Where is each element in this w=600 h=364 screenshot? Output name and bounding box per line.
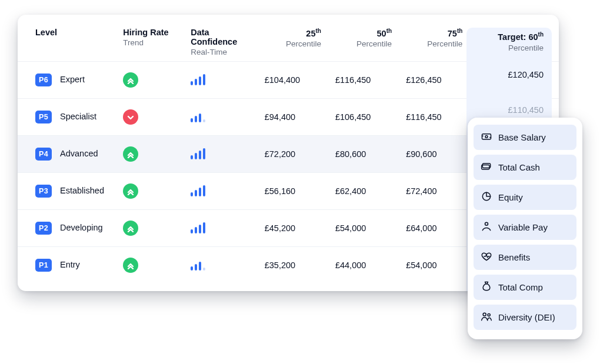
confidence-bars-icon [191, 185, 205, 196]
equity-icon [481, 191, 492, 204]
confidence-bars-icon [191, 111, 205, 122]
col-confidence-sublabel: Real-Time [191, 48, 250, 56]
col-level-label: Level [35, 28, 57, 37]
svg-point-6 [483, 313, 486, 316]
comp-type-label: Benefits [498, 252, 530, 262]
col-level: Level [18, 28, 116, 62]
comp-type-pill[interactable]: Variable Pay [474, 215, 576, 240]
confidence-bars-icon [191, 148, 205, 159]
p25-value: £94,400 [258, 99, 328, 136]
p75-value: £116,450 [399, 99, 469, 136]
p50-value: £62,400 [328, 173, 399, 210]
level-badge: P4 [35, 148, 52, 161]
level-badge: P6 [35, 74, 52, 86]
comp-type-pill[interactable]: Benefits [474, 245, 576, 270]
col-p75: 75th Percentile [399, 28, 469, 62]
p75-value: £72,400 [399, 173, 469, 210]
comp-type-pill[interactable]: Diversity (DEI) [474, 305, 576, 330]
level-badge: P5 [35, 111, 52, 123]
total-comp-icon [481, 280, 492, 294]
benefits-icon [481, 251, 492, 264]
svg-point-1 [485, 136, 488, 138]
comp-type-label: Equity [498, 192, 523, 202]
level-label: Developing [60, 223, 103, 232]
col-hiring-label: Hiring Rate [123, 28, 168, 37]
level-label: Specialist [60, 112, 96, 121]
p25-value: £45,200 [258, 210, 328, 247]
level-badge: P2 [35, 222, 52, 235]
p50-value: £106,450 [328, 99, 399, 136]
total-cash-icon [481, 161, 492, 174]
trend-up-icon [123, 72, 138, 88]
comp-type-pill[interactable]: Base Salary [474, 125, 576, 150]
confidence-bars-icon [191, 74, 205, 85]
p50-value: £80,600 [328, 136, 399, 173]
confidence-bars-icon [191, 259, 205, 271]
trend-up-icon [123, 258, 138, 273]
p75-value: £64,000 [399, 210, 469, 247]
base-salary-icon [481, 131, 492, 144]
comp-type-label: Diversity (DEI) [498, 312, 555, 322]
col-hiring-sublabel: Trend [123, 38, 176, 47]
col-confidence: Data Confidence Real-Time [184, 28, 257, 62]
p25-value: £35,200 [258, 247, 328, 284]
diversity-icon [481, 310, 492, 324]
p75-value: £90,600 [399, 136, 469, 173]
col-confidence-label: Data Confidence [191, 28, 237, 46]
svg-point-5 [485, 222, 488, 225]
trend-down-icon [123, 109, 138, 125]
comp-type-label: Base Salary [498, 132, 546, 142]
p75-value: £126,450 [399, 62, 469, 99]
trend-up-icon [123, 221, 138, 236]
col-hiring-rate: Hiring Rate Trend [116, 28, 184, 62]
col-p50: 50th Percentile [328, 28, 399, 62]
compensation-type-panel: Base SalaryTotal CashEquityVariable PayB… [468, 118, 582, 339]
comp-type-pill[interactable]: Total Comp [474, 275, 576, 300]
p50-value: £54,000 [328, 210, 399, 247]
level-label: Established [60, 186, 104, 195]
col-p25: 25th Percentile [258, 28, 328, 62]
trend-up-icon [123, 146, 138, 162]
level-badge: P3 [35, 185, 52, 198]
comp-type-label: Total Cash [498, 162, 540, 172]
p50-value: £116,450 [328, 62, 399, 99]
svg-point-7 [488, 313, 490, 316]
p50-value: £44,000 [328, 247, 399, 284]
level-label: Expert [60, 75, 85, 84]
comp-type-label: Total Comp [498, 282, 543, 292]
level-label: Advanced [60, 149, 98, 158]
table-row[interactable]: P6 Expert £104,400 £116,450 £126,450 [18, 62, 559, 99]
p25-value: £56,160 [258, 173, 328, 210]
trend-up-icon [123, 183, 138, 199]
comp-type-pill[interactable]: Equity [474, 185, 576, 210]
p25-value: £72,200 [258, 136, 328, 173]
p25-value: £104,400 [258, 62, 328, 99]
level-label: Entry [60, 260, 80, 269]
level-badge: P1 [35, 259, 52, 272]
comp-type-label: Variable Pay [498, 222, 548, 232]
comp-type-pill[interactable]: Total Cash [474, 155, 576, 180]
p75-value: £54,000 [399, 247, 469, 284]
svg-rect-0 [482, 134, 491, 139]
confidence-bars-icon [191, 222, 205, 233]
variable-pay-icon [481, 221, 492, 234]
